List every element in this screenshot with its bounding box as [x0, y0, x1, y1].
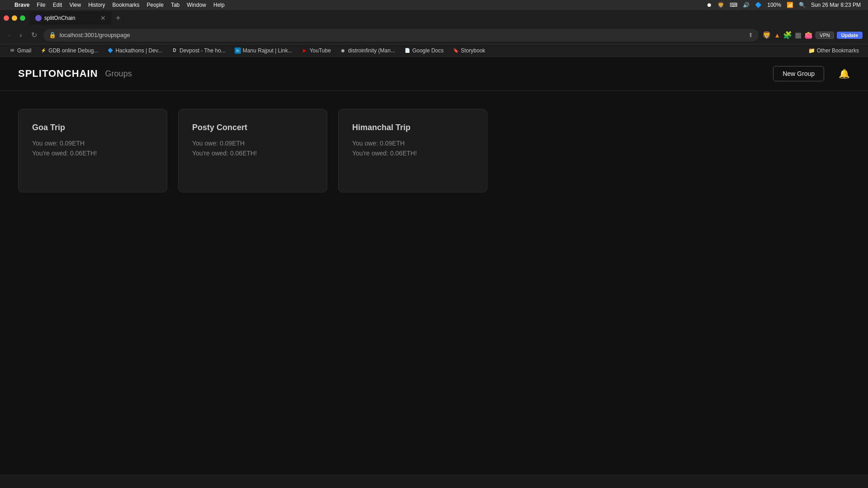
bookmark-linkedin-label: Manu Rajput | Link...: [243, 47, 292, 54]
bookmark-devpost[interactable]: D Devpost - The ho...: [168, 47, 229, 55]
other-bookmarks[interactable]: 📁 Other Bookmarks: [805, 47, 863, 55]
bookmarks-bar: ✉ Gmail ⚡ GDB online Debug... 🔷 Hackatho…: [0, 44, 868, 57]
brave-rewards-icon[interactable]: ▲: [774, 32, 780, 39]
group-card-himanchal-trip[interactable]: Himanchal Trip You owe: 0.09ETH You're o…: [338, 109, 487, 192]
new-tab-button[interactable]: +: [112, 14, 124, 23]
traffic-lights: [4, 15, 25, 21]
youtube-favicon: ▶: [302, 47, 308, 54]
wifi-icon: 📶: [787, 2, 793, 8]
people-menu[interactable]: People: [147, 2, 164, 8]
volume-icon: 🔊: [743, 2, 750, 8]
linkedin-favicon: in: [235, 47, 241, 54]
bookmark-gmail-label: Gmail: [17, 47, 31, 54]
bookmark-hackathons-label: Hackathons | Dev...: [115, 47, 162, 54]
storybook-favicon: 🔖: [453, 47, 459, 54]
lock-icon: 🔒: [49, 32, 56, 38]
group-owed-goa-trip: You're owed: 0.06ETH!: [32, 150, 153, 157]
extensions-icon[interactable]: 🧩: [783, 31, 792, 39]
bookmark-storybook-label: Storybook: [461, 47, 485, 54]
group-owe-himanchal-trip: You owe: 0.09ETH: [352, 140, 473, 147]
bookmark-youtube[interactable]: ▶ YouTube: [298, 47, 335, 55]
bookmark-linkedin[interactable]: in Manu Rajput | Link...: [231, 47, 296, 55]
header-divider: [0, 90, 868, 91]
groups-grid: Goa Trip You owe: 0.09ETH You're owed: 0…: [0, 100, 868, 202]
group-card-posty-concert[interactable]: Posty Concert You owe: 0.09ETH You're ow…: [178, 109, 327, 192]
page-title: Groups: [105, 69, 132, 79]
nav-bar: ‹ › ↻ 🔒 localhost:3001/groupspage ⬆ 🦁 ▲ …: [0, 26, 868, 44]
menu-bar-left: Brave File Edit View History Bookmarks P…: [7, 2, 225, 8]
close-button[interactable]: [4, 15, 9, 21]
new-group-button[interactable]: New Group: [773, 66, 824, 81]
bookmark-distroinfinity[interactable]: ◉ distroinfinity (Man...: [336, 47, 399, 55]
tab-bar: splitOnChain ✕ +: [0, 10, 868, 26]
app-content: SPLITONCHAIN Groups New Group 🔔 Goa Trip…: [0, 57, 868, 474]
help-menu[interactable]: Help: [213, 2, 225, 8]
app-header: SPLITONCHAIN Groups New Group 🔔: [0, 57, 868, 90]
back-button[interactable]: ‹: [5, 29, 13, 41]
group-name-goa-trip: Goa Trip: [32, 123, 153, 132]
tab-menu[interactable]: Tab: [171, 2, 179, 8]
group-owe-goa-trip: You owe: 0.09ETH: [32, 140, 153, 147]
group-name-himanchal-trip: Himanchal Trip: [352, 123, 473, 132]
bluetooth-icon: 🔷: [755, 2, 762, 8]
edit-menu[interactable]: Edit: [53, 2, 62, 8]
search-icon[interactable]: 🔍: [799, 2, 806, 8]
share-icon[interactable]: ⬆: [748, 32, 753, 38]
gmail-favicon: ✉: [9, 47, 15, 54]
system-bar: Brave File Edit View History Bookmarks P…: [0, 0, 868, 10]
file-menu[interactable]: File: [37, 2, 45, 8]
distroinfinity-favicon: ◉: [340, 47, 346, 54]
brave-menu[interactable]: Brave: [14, 2, 29, 8]
group-card-goa-trip[interactable]: Goa Trip You owe: 0.09ETH You're owed: 0…: [18, 109, 167, 192]
shields-icon[interactable]: 🦁: [762, 31, 771, 39]
bookmark-storybook[interactable]: 🔖 Storybook: [449, 47, 489, 55]
minimize-button[interactable]: [12, 15, 17, 21]
history-menu[interactable]: History: [88, 2, 105, 8]
bookmark-gdb-label: GDB online Debug...: [48, 47, 98, 54]
browser-extras: 🦁 ▲ 🧩 ▦ 👛 VPN Update: [762, 31, 863, 39]
hackathons-favicon: 🔷: [107, 47, 113, 54]
view-menu[interactable]: View: [69, 2, 81, 8]
bookmark-distroinfinity-label: distroinfinity (Man...: [348, 47, 395, 54]
app-logo[interactable]: SPLITONCHAIN: [18, 68, 98, 80]
bookmark-devpost-label: Devpost - The ho...: [179, 47, 226, 54]
other-bookmarks-label: Other Bookmarks: [817, 47, 859, 54]
googledocs-favicon: 📄: [404, 47, 410, 54]
sidebar-icon[interactable]: ▦: [795, 31, 802, 39]
brave-icon: 🦁: [717, 2, 724, 8]
tab-title: splitOnChain: [44, 15, 98, 21]
record-icon: ⏺: [707, 2, 712, 8]
forward-button[interactable]: ›: [17, 29, 24, 41]
gdb-favicon: ⚡: [40, 47, 47, 54]
url-text: localhost:3001/groupspage: [60, 32, 745, 38]
battery-text: 100%: [767, 2, 781, 8]
active-tab[interactable]: splitOnChain ✕: [30, 11, 111, 25]
tab-close-button[interactable]: ✕: [100, 14, 106, 22]
devpost-favicon: D: [171, 47, 178, 54]
system-bar-right: ⏺ 🦁 ⌨ 🔊 🔷 100% 📶 🔍 Sun 26 Mar 8:23 PM: [707, 2, 861, 8]
bookmark-gmail[interactable]: ✉ Gmail: [5, 47, 35, 55]
bookmark-hackathons[interactable]: 🔷 Hackathons | Dev...: [104, 47, 166, 55]
keyboard-icon: ⌨: [730, 2, 737, 8]
bookmarks-menu[interactable]: Bookmarks: [113, 2, 140, 8]
group-name-posty-concert: Posty Concert: [192, 123, 313, 132]
vpn-button[interactable]: VPN: [816, 32, 834, 39]
maximize-button[interactable]: [20, 15, 25, 21]
bookmark-googledocs[interactable]: 📄 Google Docs: [401, 47, 447, 55]
date-time: Sun 26 Mar 8:23 PM: [811, 2, 861, 8]
bookmark-gdb[interactable]: ⚡ GDB online Debug...: [37, 47, 102, 55]
address-bar[interactable]: 🔒 localhost:3001/groupspage ⬆: [43, 29, 759, 42]
folder-icon: 📁: [808, 47, 815, 54]
group-owed-himanchal-trip: You're owed: 0.06ETH!: [352, 150, 473, 157]
group-owed-posty-concert: You're owed: 0.06ETH!: [192, 150, 313, 157]
update-button[interactable]: Update: [837, 32, 863, 39]
brave-wallet-icon[interactable]: 👛: [804, 31, 813, 39]
tab-favicon: [35, 15, 42, 21]
bookmark-youtube-label: YouTube: [310, 47, 331, 54]
bookmark-googledocs-label: Google Docs: [412, 47, 443, 54]
window-menu[interactable]: Window: [187, 2, 206, 8]
notification-bell-icon[interactable]: 🔔: [839, 68, 850, 79]
group-owe-posty-concert: You owe: 0.09ETH: [192, 140, 313, 147]
refresh-button[interactable]: ↻: [28, 29, 40, 41]
